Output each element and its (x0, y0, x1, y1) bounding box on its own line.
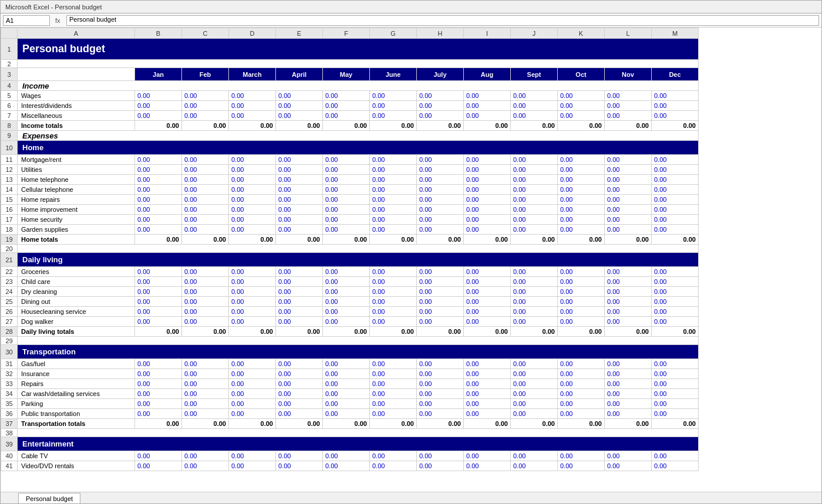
dining-out-label[interactable]: Dining out (18, 297, 135, 307)
housecleaning-label[interactable]: Housecleaning service (18, 307, 135, 317)
col-B-header[interactable]: B (135, 28, 182, 39)
column-headers: A B C D E F G H I J K L M (1, 28, 699, 39)
month-dec: Dec (652, 68, 699, 81)
row-19-home-totals: 19 Home totals 0.000.000.000.000.000.000… (1, 235, 699, 245)
month-june: June (370, 68, 417, 81)
wages-sep[interactable]: 0.00 (511, 91, 558, 101)
utilities-label[interactable]: Utilities (18, 165, 135, 175)
grid-container[interactable]: A B C D E F G H I J K L M 1 (1, 28, 821, 492)
wages-label[interactable]: Wages (18, 91, 135, 101)
wages-may[interactable]: 0.00 (323, 91, 370, 101)
cell-reference[interactable]: A1 (3, 15, 50, 26)
col-L-header[interactable]: L (605, 28, 652, 39)
row-31: 31 Gas/fuel 0.000.000.000.000.000.000.00… (1, 359, 699, 369)
row-24: 24 Dry cleaning 0.000.000.000.000.000.00… (1, 287, 699, 297)
formula-icon: fx (52, 15, 64, 26)
repairs-label[interactable]: Repairs (18, 379, 135, 389)
row-21-daily-header: 21 Daily living (1, 253, 699, 267)
col-C-header[interactable]: C (182, 28, 229, 39)
groceries-label[interactable]: Groceries (18, 267, 135, 277)
row-11: 11 Mortgage/rent 0.000.000.000.000.000.0… (1, 155, 699, 165)
spreadsheet-title: Personal budget (18, 39, 699, 60)
mortgage-label[interactable]: Mortgage/rent (18, 155, 135, 165)
home-telephone-label[interactable]: Home telephone (18, 175, 135, 185)
transportation-section-header: Transportation (18, 345, 699, 359)
col-H-header[interactable]: H (417, 28, 464, 39)
wages-feb[interactable]: 0.00 (182, 91, 229, 101)
sheet-tab-personal-budget[interactable]: Personal budget (18, 493, 80, 503)
wages-aug[interactable]: 0.00 (464, 91, 511, 101)
wages-mar[interactable]: 0.00 (229, 91, 276, 101)
col-I-header[interactable]: I (464, 28, 511, 39)
row-5-wages: 5 Wages 0.00 0.00 0.00 0.00 0.00 0.00 0.… (1, 91, 699, 101)
video-dvd-label[interactable]: Video/DVD rentals (18, 461, 135, 471)
row-23: 23 Child care 0.000.000.000.000.000.000.… (1, 277, 699, 287)
row-36: 36 Public transportation 0.000.000.000.0… (1, 409, 699, 419)
month-april: April (276, 68, 323, 81)
row-20: 20 (1, 245, 699, 253)
row-18: 18 Garden supplies 0.000.000.000.000.000… (1, 225, 699, 235)
col-E-header[interactable]: E (276, 28, 323, 39)
wages-nov[interactable]: 0.00 (605, 91, 652, 101)
home-repairs-label[interactable]: Home repairs (18, 195, 135, 205)
wages-oct[interactable]: 0.00 (558, 91, 605, 101)
month-oct: Oct (558, 68, 605, 81)
home-security-label[interactable]: Home security (18, 215, 135, 225)
month-july: July (417, 68, 464, 81)
row-15: 15 Home repairs 0.000.000.000.000.000.00… (1, 195, 699, 205)
row-8-income-totals: 8 Income totals 0.00 0.00 0.00 0.00 0.00… (1, 121, 699, 131)
row-30-transport-header: 30 Transportation (1, 345, 699, 359)
wages-jul[interactable]: 0.00 (417, 91, 464, 101)
garden-supplies-label[interactable]: Garden supplies (18, 225, 135, 235)
dog-walker-label[interactable]: Dog walker (18, 317, 135, 327)
row-32: 32 Insurance 0.000.000.000.000.000.000.0… (1, 369, 699, 379)
interest-label[interactable]: Interest/dividends (18, 101, 135, 111)
row-9-expenses: 9 Expenses (1, 131, 699, 141)
row-28-daily-totals: 28 Daily living totals 0.000.000.000.000… (1, 327, 699, 337)
wages-dec[interactable]: 0.00 (652, 91, 699, 101)
month-sept: Sept (511, 68, 558, 81)
month-aug: Aug (464, 68, 511, 81)
col-D-header[interactable]: D (229, 28, 276, 39)
col-F-header[interactable]: F (323, 28, 370, 39)
row-17: 17 Home security 0.000.000.000.000.000.0… (1, 215, 699, 225)
col-G-header[interactable]: G (370, 28, 417, 39)
parking-label[interactable]: Parking (18, 399, 135, 409)
row-10-home-header: 10 Home (1, 141, 699, 155)
row-7-misc: 7 Miscellaneous 0.00 0.00 0.00 0.00 0.00… (1, 111, 699, 121)
row-29: 29 (1, 337, 699, 345)
expenses-heading: Expenses (18, 131, 699, 141)
row-6-interest: 6 Interest/dividends 0.00 0.00 0.00 0.00… (1, 101, 699, 111)
wages-jun[interactable]: 0.00 (370, 91, 417, 101)
misc-label[interactable]: Miscellaneous (18, 111, 135, 121)
dry-cleaning-label[interactable]: Dry cleaning (18, 287, 135, 297)
entertainment-section-header: Entertainment (18, 437, 699, 451)
home-improvement-label[interactable]: Home improvement (18, 205, 135, 215)
row-1: 1 Personal budget (1, 39, 699, 60)
formula-bar: A1 fx Personal budget (1, 13, 821, 28)
row-41: 41 Video/DVD rentals 0.000.000.000.000.0… (1, 461, 699, 471)
gas-fuel-label[interactable]: Gas/fuel (18, 359, 135, 369)
col-M-header[interactable]: M (652, 28, 699, 39)
row-2: 2 (1, 60, 699, 68)
cellular-label[interactable]: Cellular telephone (18, 185, 135, 195)
income-heading: Income (18, 81, 699, 91)
row-25: 25 Dining out 0.000.000.000.000.000.000.… (1, 297, 699, 307)
col-A-header[interactable]: A (18, 28, 135, 39)
col-K-header[interactable]: K (558, 28, 605, 39)
home-totals-label: Home totals (18, 235, 135, 245)
wages-jan[interactable]: 0.00 (135, 91, 182, 101)
spreadsheet-table: A B C D E F G H I J K L M 1 (1, 28, 699, 471)
row-num-1: 1 (1, 39, 18, 60)
formula-input[interactable]: Personal budget (66, 15, 819, 26)
car-wash-label[interactable]: Car wash/detailing services (18, 389, 135, 399)
title-bar: Microsoft Excel - Personal budget (1, 1, 821, 13)
cable-tv-label[interactable]: Cable TV (18, 451, 135, 461)
row-35: 35 Parking 0.000.000.000.000.000.000.000… (1, 399, 699, 409)
col-J-header[interactable]: J (511, 28, 558, 39)
public-transport-label[interactable]: Public transportation (18, 409, 135, 419)
row-4-income: 4 Income (1, 81, 699, 91)
child-care-label[interactable]: Child care (18, 277, 135, 287)
wages-apr[interactable]: 0.00 (276, 91, 323, 101)
insurance-label[interactable]: Insurance (18, 369, 135, 379)
